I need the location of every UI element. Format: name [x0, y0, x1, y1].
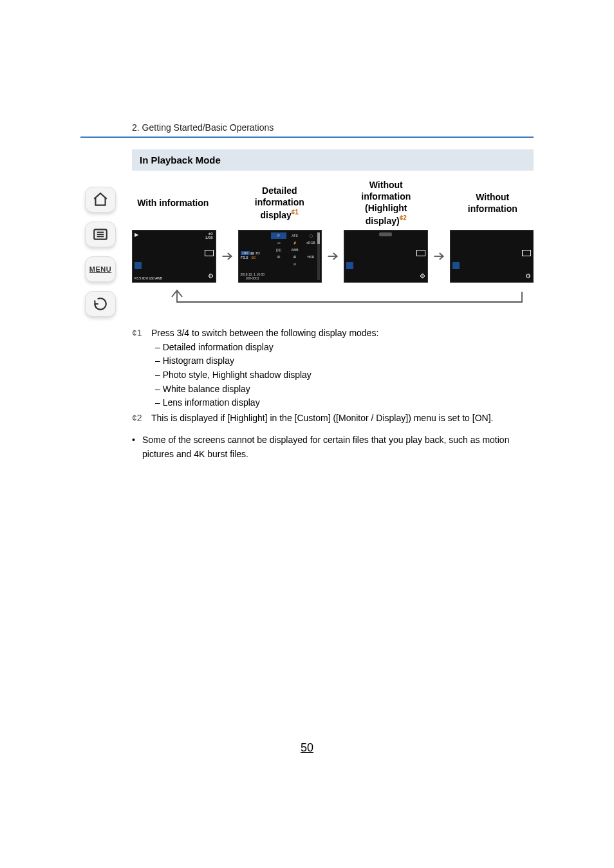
stabilizer-icon: ((•))	[271, 247, 286, 253]
counter: ±0 1/98	[205, 232, 213, 240]
superscript: ¢1	[292, 209, 299, 216]
thumb-detailed: P AFS ▢ ▭ ⚡ sRGB ((•)) AWB iD iR HDR ⊘	[238, 230, 322, 283]
text: (Highlight	[365, 203, 407, 213]
side-nav: MENU	[82, 187, 118, 317]
col-highlight: Without information (Highlight display)¢…	[345, 178, 427, 227]
note-text: Some of the screens cannot be displayed …	[142, 433, 534, 461]
text: Detailed	[262, 185, 297, 196]
sd-card-icon	[522, 250, 531, 256]
text: 1/98	[205, 236, 213, 240]
exif-strip: F3.5 60 0 160 AWB	[135, 277, 162, 281]
date-file: 2018.12. 1 10:00 100-0001	[241, 272, 265, 280]
settings-icon: ⚙	[420, 272, 425, 279]
shutter-value: 60	[252, 256, 256, 259]
text: AFS	[287, 232, 302, 239]
main-content: In Playback Mode With information Detail…	[80, 138, 534, 461]
display-mode-thumbnails: ▶ ±0 1/98 ⚙ F3.5 60 0 160 AWB P AFS ▢ ▭	[132, 230, 534, 283]
arrow-right-icon	[220, 250, 234, 263]
text: AWB	[287, 247, 302, 253]
nav-home-button[interactable]	[85, 187, 116, 212]
footnote-2: ¢2 This is displayed if [Highlight] in t…	[132, 411, 534, 426]
list-icon	[92, 226, 109, 243]
col-with-info: With information	[132, 178, 214, 227]
picture-icon: ▭	[271, 240, 286, 246]
list-item: Photo style, Highlight shadow display	[155, 368, 534, 382]
mode-icon	[135, 262, 142, 269]
back-arrow-icon	[92, 296, 109, 312]
exposure-readout: 100 ▤ ±0 F3.5 60	[241, 251, 260, 260]
sd-card-icon	[416, 250, 425, 256]
flash-icon: ⚡	[287, 240, 302, 246]
list-item: Histogram display	[155, 354, 534, 368]
home-icon	[92, 191, 109, 208]
text: sRGB	[303, 240, 319, 246]
col-without-info: Without information	[452, 178, 534, 227]
detail-grid: P AFS ▢ ▭ ⚡ sRGB ((•)) AWB iD iR HDR ⊘	[271, 232, 319, 280]
footnotes: ¢1 Press 3/4 to switch between the follo…	[132, 326, 534, 461]
ir-icon: iR	[287, 254, 302, 260]
nav-toc-button[interactable]	[85, 222, 116, 247]
quality-icon: ▤	[250, 251, 254, 255]
footnote-marker: ¢1	[132, 326, 147, 341]
thumb-highlight: ⚙	[344, 230, 428, 283]
iso-value: 100	[241, 251, 250, 255]
mode-icon	[452, 262, 460, 269]
settings-icon: ⚙	[525, 272, 531, 279]
display-mode-headers: With information Detailed information di…	[132, 178, 534, 227]
text: information	[255, 197, 304, 207]
battery-icon	[379, 232, 392, 236]
text: Without	[369, 180, 403, 190]
nav-menu-button[interactable]: MENU	[85, 256, 116, 282]
text: display	[261, 210, 292, 220]
arrow-right-icon	[326, 250, 340, 263]
thumb-without-info: ⚙	[450, 230, 534, 283]
footnote-1: ¢1 Press 3/4 to switch between the follo…	[132, 326, 534, 341]
play-icon: ▶	[135, 232, 138, 238]
idyn-icon: iD	[271, 254, 286, 260]
superscript: ¢2	[400, 214, 407, 222]
nav-back-button[interactable]	[85, 291, 116, 317]
breadcrumb: 2. Getting Started/Basic Operations	[80, 122, 534, 138]
col-detailed: Detailed information display¢1	[239, 178, 321, 227]
footnote-1-list: Detailed information display Histogram d…	[155, 341, 534, 410]
list-item: Lens information display	[155, 396, 534, 410]
af-area-icon: ▢	[303, 232, 319, 239]
mode-p-icon: P	[271, 232, 286, 239]
arrow-right-icon	[432, 250, 446, 263]
text: display)	[366, 216, 400, 226]
list-item: Detailed information display	[155, 341, 534, 355]
sd-card-icon	[205, 250, 214, 256]
page-number[interactable]: 50	[0, 741, 614, 755]
footnote-marker: ¢2	[132, 411, 147, 426]
note-bullet: • Some of the screens cannot be displaye…	[132, 433, 534, 461]
aperture-value: F3.5	[241, 256, 248, 259]
bullet-icon: •	[132, 433, 138, 461]
text: information	[468, 203, 517, 214]
footnote-text: Press 3/4 to switch between the followin…	[151, 326, 378, 341]
file-number: 100-0001	[241, 276, 265, 280]
hdr-icon: HDR	[303, 254, 319, 260]
text: information	[361, 191, 411, 202]
thumb-with-info: ▶ ±0 1/98 ⚙ F3.5 60 0 160 AWB	[132, 230, 216, 283]
text: ±0	[256, 251, 260, 255]
text: Without	[476, 192, 509, 202]
footnote-text: This is displayed if [Highlight] in the …	[151, 411, 493, 426]
cycle-loop-arrow	[132, 289, 534, 311]
no-flash-icon: ⊘	[287, 261, 302, 267]
scrollbar-icon	[317, 232, 320, 280]
mode-icon	[346, 262, 353, 269]
section-heading: In Playback Mode	[132, 149, 534, 171]
list-item: White balance display	[155, 382, 534, 397]
settings-icon: ⚙	[208, 272, 214, 279]
